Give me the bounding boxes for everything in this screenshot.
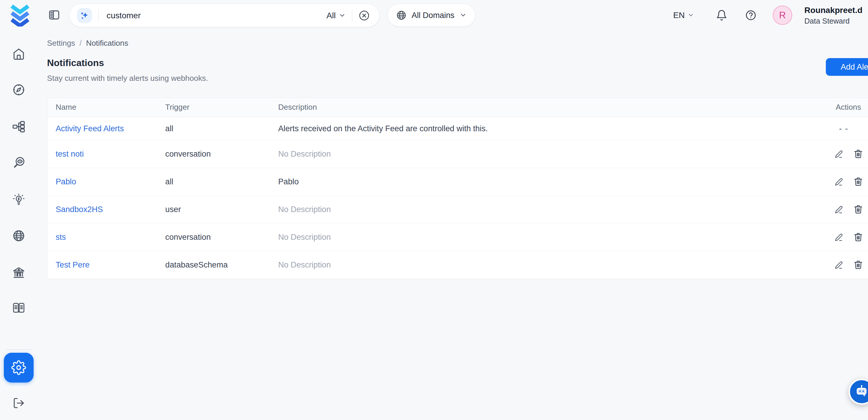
edit-button[interactable] [834, 260, 844, 270]
alert-description: Pablo [278, 177, 787, 186]
column-header-trigger: Trigger [165, 102, 278, 112]
add-alert-button[interactable]: Add Alert [826, 58, 868, 76]
user-menu[interactable]: Rounakpreet.d Data Steward [804, 4, 862, 27]
sidebar-item-glossary[interactable] [12, 301, 25, 314]
row-actions [787, 177, 868, 187]
delete-button[interactable] [853, 204, 863, 214]
alert-name-cell: Activity Feed Alerts [48, 124, 165, 133]
row-actions [787, 149, 868, 159]
data-assets-tree-icon [12, 120, 25, 133]
notifications-bell-button[interactable] [716, 9, 727, 21]
alert-name-cell: sts [48, 233, 165, 242]
alert-name-cell: Pablo [48, 177, 165, 186]
pencil-icon [834, 149, 844, 159]
alert-trigger: conversation [165, 233, 278, 242]
column-header-actions: Actions [787, 102, 868, 112]
glossary-book-icon [12, 301, 25, 314]
alert-description: Alerts received on the Activity Feed are… [278, 124, 787, 133]
insights-bulb-icon [12, 193, 25, 206]
alert-trigger: all [165, 124, 278, 133]
column-header-name: Name [48, 102, 165, 112]
alert-description: No Description [278, 205, 787, 214]
row-actions: - - [787, 124, 868, 133]
app-window: All [0, 0, 868, 420]
delete-button[interactable] [853, 232, 863, 242]
alert-name-link[interactable]: sts [56, 233, 66, 242]
table-row: Pablo all Pablo [48, 168, 868, 196]
sidebar-item-insights[interactable] [12, 193, 25, 206]
domains-globe-icon [12, 229, 25, 242]
sidebar-item-domains[interactable] [12, 229, 25, 242]
edit-button[interactable] [834, 205, 844, 214]
sidebar-item-settings-active[interactable] [4, 353, 34, 383]
user-name: Rounakpreet.d [804, 4, 862, 16]
trash-icon [853, 260, 863, 270]
explore-compass-icon [12, 83, 25, 96]
logout-icon [13, 397, 25, 409]
breadcrumb-settings[interactable]: Settings [47, 39, 75, 48]
globe-icon [396, 10, 407, 21]
edit-button[interactable] [834, 177, 844, 186]
clear-search-button[interactable] [358, 10, 370, 21]
chevron-down-icon [339, 12, 346, 19]
table-row: Sandbox2HS user No Description [48, 196, 868, 223]
observability-search-eye-icon [12, 156, 25, 169]
trash-icon [853, 177, 863, 187]
sidebar-item-explore[interactable] [12, 83, 25, 96]
domains-label: All Domains [412, 11, 455, 20]
alert-name-link[interactable]: Test Pere [56, 260, 90, 269]
table-body: Activity Feed Alerts all Alerts received… [48, 117, 868, 279]
row-actions [787, 204, 868, 214]
alert-name-link[interactable]: Activity Feed Alerts [56, 124, 124, 133]
chat-bot-icon [854, 384, 868, 399]
sidebar-item-govern[interactable] [12, 266, 25, 279]
alert-name-link[interactable]: test noti [56, 149, 84, 158]
pencil-icon [834, 233, 844, 242]
pencil-icon [834, 177, 844, 186]
alert-name-link[interactable]: Sandbox2HS [56, 205, 103, 214]
page-subtitle: Stay current with timely alerts using we… [47, 74, 208, 83]
alert-description: No Description [278, 260, 787, 270]
global-search-bar[interactable]: All [69, 4, 379, 27]
home-icon [12, 48, 25, 61]
edit-button[interactable] [834, 233, 844, 242]
logout-button[interactable] [13, 397, 25, 409]
user-role: Data Steward [804, 16, 862, 26]
alert-name-link[interactable]: Pablo [56, 177, 76, 186]
delete-button[interactable] [853, 177, 863, 187]
sidebar-item-observability[interactable] [12, 156, 25, 169]
row-actions [787, 260, 868, 270]
bell-icon [716, 9, 727, 21]
chat-bot-button[interactable] [848, 379, 868, 404]
breadcrumb: Settings/Notifications [47, 39, 128, 48]
row-actions [787, 232, 868, 242]
sidebar-item-data-assets[interactable] [12, 120, 25, 133]
sparkles-icon[interactable] [77, 8, 92, 23]
search-input[interactable] [99, 11, 327, 20]
help-circle-icon [745, 9, 756, 21]
sidebar-toggle-button[interactable] [48, 9, 60, 21]
language-dropdown[interactable]: EN [673, 0, 694, 30]
alert-name-cell: Sandbox2HS [48, 205, 165, 214]
edit-button[interactable] [834, 149, 844, 159]
alert-description: No Description [278, 233, 787, 242]
chevron-down-icon [687, 12, 694, 19]
search-scope-dropdown[interactable]: All [327, 11, 346, 20]
settings-gear-icon [11, 360, 26, 375]
delete-button[interactable] [853, 260, 863, 270]
clear-circle-icon [358, 10, 370, 21]
actions-placeholder: - - [839, 124, 848, 133]
alert-trigger: databaseSchema [165, 260, 278, 270]
left-sidebar [0, 0, 38, 420]
pencil-icon [834, 205, 844, 214]
alert-name-cell: Test Pere [48, 260, 165, 270]
help-button[interactable] [745, 9, 756, 21]
delete-button[interactable] [853, 149, 863, 159]
sidebar-item-home[interactable] [12, 48, 25, 61]
trash-icon [853, 149, 863, 159]
user-avatar[interactable]: R [773, 6, 792, 25]
table-row: sts conversation No Description [48, 223, 868, 251]
table-row: Activity Feed Alerts all Alerts received… [48, 117, 868, 140]
panel-toggle-icon [48, 9, 60, 21]
domains-dropdown[interactable]: All Domains [388, 4, 475, 27]
